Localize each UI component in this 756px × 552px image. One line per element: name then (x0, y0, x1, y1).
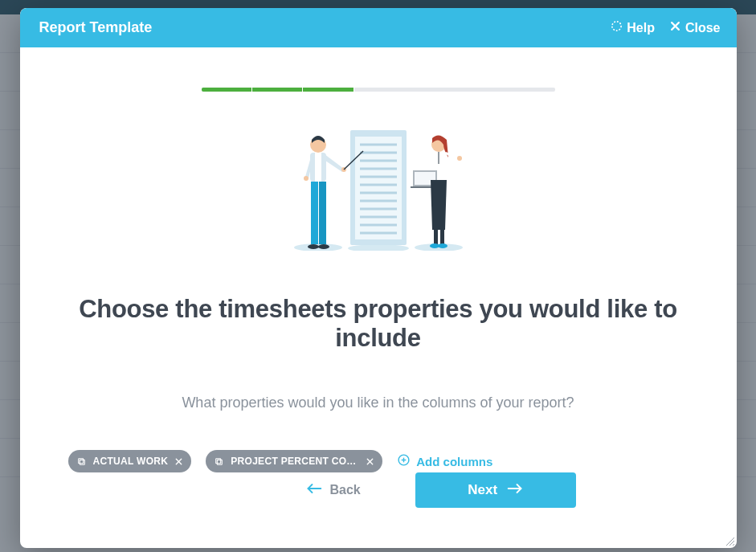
svg-rect-27 (319, 182, 326, 244)
modal-overlay: Report Template Help (0, 0, 756, 552)
chip-remove[interactable] (366, 457, 374, 466)
chip-label: PROJECT PERCENT COMP... (231, 456, 359, 467)
column-chip[interactable]: PROJECT PERCENT COMP... (206, 450, 382, 472)
help-button[interactable]: Help (611, 20, 655, 35)
progress-step (354, 88, 404, 92)
progress-step (455, 88, 505, 92)
arrow-left-icon (306, 483, 322, 497)
page-heading: Choose the timesheets properties you wou… (68, 295, 689, 353)
add-columns-button[interactable]: Add columns (397, 453, 492, 469)
svg-point-28 (308, 244, 319, 249)
help-label: Help (627, 21, 655, 35)
progress-step (303, 88, 353, 92)
chips-row: ACTUAL WORKPROJECT PERCENT COMP... Add c… (68, 450, 689, 472)
chip-remove[interactable] (174, 457, 183, 466)
copy-icon (214, 456, 224, 467)
modal-title: Report Template (39, 19, 153, 36)
progress-step (404, 88, 454, 92)
arrow-right-icon (507, 482, 523, 498)
next-button[interactable]: Next (415, 472, 576, 508)
svg-point-4 (348, 244, 409, 251)
svg-rect-46 (216, 458, 221, 463)
header-actions: Help Close (611, 20, 720, 35)
add-columns-label: Add columns (416, 455, 492, 468)
close-label: Close (685, 21, 721, 35)
progress-bar (202, 88, 555, 92)
plus-circle-icon (397, 453, 411, 469)
progress-step (252, 88, 303, 92)
svg-rect-26 (311, 182, 318, 244)
svg-rect-42 (78, 458, 83, 463)
progress-step (505, 88, 554, 92)
copy-icon (76, 456, 87, 467)
modal-header: Report Template Help (20, 8, 737, 47)
svg-point-40 (438, 243, 447, 248)
chip-label: ACTUAL WORK (93, 456, 169, 467)
svg-line-56 (733, 544, 734, 546)
svg-point-23 (304, 176, 309, 181)
svg-rect-37 (434, 227, 438, 244)
svg-point-33 (457, 156, 462, 161)
progress-step (202, 88, 252, 92)
svg-rect-45 (218, 460, 223, 464)
page-subtext: What properties would you like in the co… (182, 395, 574, 411)
back-button[interactable]: Back (306, 483, 361, 497)
modal-body: Choose the timesheets properties you wou… (20, 47, 737, 548)
illustration (286, 130, 471, 251)
svg-rect-22 (315, 153, 321, 182)
resize-handle[interactable] (724, 535, 735, 546)
back-label: Back (330, 483, 361, 497)
close-button[interactable]: Close (669, 20, 721, 35)
svg-rect-41 (80, 460, 84, 464)
report-template-modal: Report Template Help (20, 8, 737, 548)
svg-point-29 (318, 244, 329, 249)
help-icon (611, 20, 623, 35)
close-icon (669, 20, 681, 35)
next-label: Next (468, 482, 497, 498)
column-chip[interactable]: ACTUAL WORK (68, 450, 192, 472)
svg-point-0 (612, 22, 621, 31)
svg-rect-38 (440, 227, 444, 244)
wizard-footer: Back Next (68, 472, 689, 508)
